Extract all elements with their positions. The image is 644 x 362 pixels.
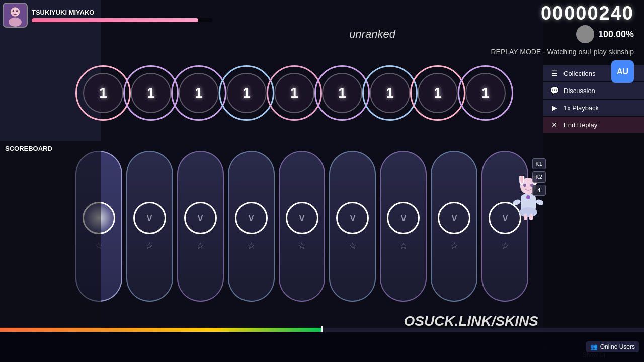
online-users-label: Online Users [600, 343, 635, 350]
au-badge: AU [611, 60, 634, 83]
svg-point-15 [526, 195, 530, 199]
collections-label: Collections [564, 70, 596, 77]
key-button-2: ∨ [184, 202, 217, 234]
player-name-bar: TSUKIYUKI MIYAKO [32, 9, 213, 22]
people-icon: 👥 [590, 343, 598, 350]
hit-circle-outer-1: 1 [123, 65, 179, 121]
keys-area: ☆ ∨ ☆ ∨ ☆ ∨ ☆ ∨ ☆ ∨ ☆ [75, 151, 528, 312]
discussion-icon: 💬 [549, 86, 559, 95]
hit-circle-inner-7: 1 [418, 73, 458, 113]
key-star-1: ☆ [145, 240, 153, 251]
hit-circle-number-5: 1 [338, 85, 346, 101]
key-column-2[interactable]: ∨ ☆ [177, 151, 224, 302]
chevron-icon-2: ∨ [196, 211, 204, 224]
svg-point-4 [16, 10, 18, 12]
player-info: TSUKIYUKI MIYAKO [3, 3, 213, 28]
playback-button[interactable]: ▶ 1x Playback [543, 100, 644, 116]
end-replay-label: End Replay [564, 121, 597, 129]
key-button-5: ∨ [336, 202, 369, 234]
chevron-icon-5: ∨ [349, 211, 357, 224]
progress-bar-container [0, 328, 644, 332]
progress-fill [0, 328, 322, 332]
hit-circle-number-0: 1 [99, 85, 107, 101]
key-column-8[interactable]: ∨ ☆ [481, 151, 528, 302]
key-star-5: ☆ [349, 240, 357, 251]
hit-circle-outer-5: 1 [314, 65, 370, 121]
key-column-6[interactable]: ∨ ☆ [380, 151, 427, 302]
hit-circle-inner-3: 1 [226, 73, 267, 113]
hit-circle-6: 1 [362, 65, 418, 121]
end-replay-button[interactable]: ✕ End Replay [543, 117, 644, 133]
svg-point-13 [512, 199, 521, 206]
svg-point-16 [519, 207, 537, 217]
k1-button[interactable]: K1 [532, 158, 546, 169]
hit-circle-number-4: 1 [290, 85, 298, 101]
hit-circle-number-7: 1 [434, 85, 442, 101]
key-button-6: ∨ [387, 202, 420, 234]
player-avatar [3, 3, 28, 28]
hit-circle-inner-2: 1 [179, 73, 219, 113]
hit-circle-number-3: 1 [243, 85, 251, 101]
key-column-5[interactable]: ∨ ☆ [329, 151, 376, 302]
hit-circle-outer-6: 1 [362, 65, 418, 121]
hit-circle-1: 1 [123, 65, 179, 121]
chevron-icon-3: ∨ [247, 211, 255, 224]
k2-button[interactable]: K2 [532, 171, 546, 183]
collections-icon: ☰ [549, 69, 559, 77]
play-icon: ▶ [549, 104, 559, 112]
hit-circle-inner-0: 1 [83, 73, 123, 113]
key-star-6: ☆ [399, 240, 408, 251]
hit-circle-inner-4: 1 [274, 73, 314, 113]
k4-label: 4 [532, 185, 546, 196]
hit-circle-inner-5: 1 [322, 73, 362, 113]
key-column-3[interactable]: ∨ ☆ [228, 151, 275, 302]
hit-circles-area: 1 1 1 1 1 [80, 65, 513, 121]
key-column-4[interactable]: ∨ ☆ [279, 151, 326, 302]
chevron-icon-4: ∨ [298, 211, 306, 224]
key-star-2: ☆ [196, 240, 204, 251]
hit-circle-outer-8: 1 [458, 65, 513, 121]
hit-circle-number-6: 1 [386, 85, 394, 101]
chevron-icon-6: ∨ [399, 211, 408, 224]
key-column-1[interactable]: ∨ ☆ [126, 151, 173, 302]
hit-circle-number-2: 1 [195, 85, 203, 101]
key-star-7: ☆ [450, 240, 458, 251]
accuracy-text: 100.00% [598, 29, 634, 40]
site-link: OSUCK.LINK/SKINS [404, 313, 538, 329]
hit-circle-outer-4: 1 [267, 65, 322, 121]
hit-circle-inner-1: 1 [131, 73, 171, 113]
key-star-8: ☆ [501, 240, 509, 251]
score-number: 00000240 [541, 3, 634, 24]
hit-circle-outer-3: 1 [219, 65, 274, 121]
key-button-7: ∨ [438, 202, 470, 234]
key-button-3: ∨ [235, 202, 268, 234]
discussion-button[interactable]: 💬 Discussion [543, 82, 644, 99]
hp-bar-container [32, 18, 213, 22]
key-star-4: ☆ [298, 240, 306, 251]
key-column-7[interactable]: ∨ ☆ [431, 151, 477, 302]
playback-label: 1x Playback [564, 104, 599, 112]
hit-circle-2: 1 [171, 65, 226, 121]
hp-bar [32, 18, 198, 22]
scoreboard: SCOREBOARD [0, 141, 101, 327]
hit-circle-4: 1 [267, 65, 322, 121]
unranked-label: unranked [349, 28, 395, 41]
hit-circle-number-1: 1 [147, 85, 155, 101]
hit-circle-inner-8: 1 [465, 73, 506, 113]
score-display: 00000240 100.00% [541, 3, 634, 43]
hit-circle-outer-0: 1 [75, 65, 131, 121]
hit-circle-number-8: 1 [481, 85, 490, 101]
discussion-label: Discussion [564, 87, 595, 95]
accuracy-circle [576, 25, 594, 43]
hit-circle-8: 1 [458, 65, 513, 121]
svg-point-2 [9, 18, 22, 27]
hit-circle-outer-7: 1 [410, 65, 465, 121]
replay-mode-text: REPLAY MODE - Watching osu! play skinshi… [491, 48, 634, 56]
end-icon: ✕ [549, 121, 559, 129]
svg-point-10 [523, 184, 526, 187]
k-buttons: K1 K2 4 [532, 158, 546, 196]
svg-point-3 [12, 10, 14, 12]
chevron-icon-8: ∨ [501, 211, 509, 224]
online-users-button[interactable]: 👥 Online Users [586, 341, 639, 352]
chevron-icon-1: ∨ [145, 211, 153, 224]
